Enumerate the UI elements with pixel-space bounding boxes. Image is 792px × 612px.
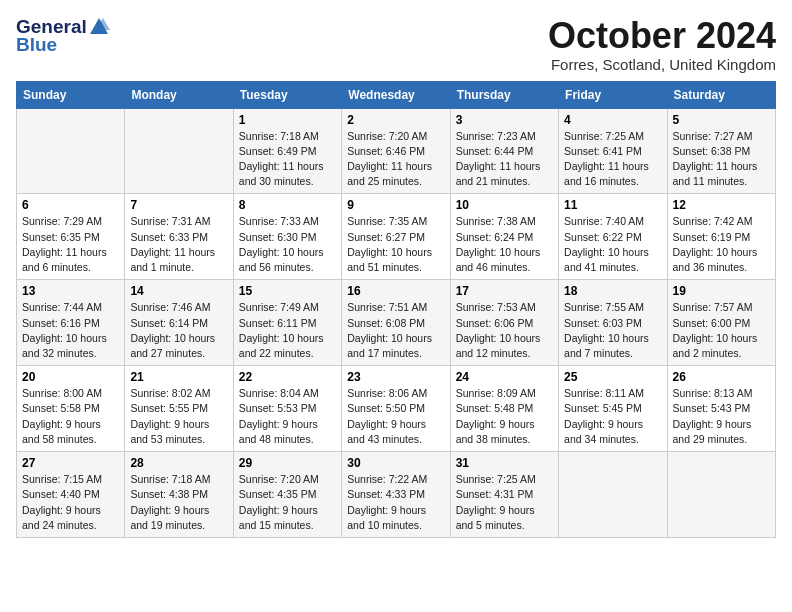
day-detail: Sunrise: 7:49 AMSunset: 6:11 PMDaylight:… [239,301,324,359]
calendar-cell: 25Sunrise: 8:11 AMSunset: 5:45 PMDayligh… [559,366,667,452]
day-number: 14 [130,284,227,298]
day-detail: Sunrise: 8:06 AMSunset: 5:50 PMDaylight:… [347,387,427,445]
day-detail: Sunrise: 7:40 AMSunset: 6:22 PMDaylight:… [564,215,649,273]
day-detail: Sunrise: 7:29 AMSunset: 6:35 PMDaylight:… [22,215,107,273]
day-header: Sunday [17,81,125,108]
calendar-week: 6Sunrise: 7:29 AMSunset: 6:35 PMDaylight… [17,194,776,280]
day-number: 5 [673,113,770,127]
calendar-cell: 14Sunrise: 7:46 AMSunset: 6:14 PMDayligh… [125,280,233,366]
calendar-cell: 18Sunrise: 7:55 AMSunset: 6:03 PMDayligh… [559,280,667,366]
day-number: 23 [347,370,444,384]
day-detail: Sunrise: 7:27 AMSunset: 6:38 PMDaylight:… [673,130,758,188]
day-detail: Sunrise: 7:25 AMSunset: 4:31 PMDaylight:… [456,473,536,531]
day-number: 12 [673,198,770,212]
day-header: Monday [125,81,233,108]
calendar-cell [667,452,775,538]
day-number: 15 [239,284,336,298]
day-number: 29 [239,456,336,470]
title-block: October 2024 Forres, Scotland, United Ki… [548,16,776,73]
day-detail: Sunrise: 8:02 AMSunset: 5:55 PMDaylight:… [130,387,210,445]
logo: General Blue [16,16,111,56]
day-detail: Sunrise: 7:35 AMSunset: 6:27 PMDaylight:… [347,215,432,273]
day-detail: Sunrise: 7:53 AMSunset: 6:06 PMDaylight:… [456,301,541,359]
day-detail: Sunrise: 7:33 AMSunset: 6:30 PMDaylight:… [239,215,324,273]
calendar-week: 27Sunrise: 7:15 AMSunset: 4:40 PMDayligh… [17,452,776,538]
day-detail: Sunrise: 7:31 AMSunset: 6:33 PMDaylight:… [130,215,215,273]
day-detail: Sunrise: 7:18 AMSunset: 6:49 PMDaylight:… [239,130,324,188]
calendar-cell: 31Sunrise: 7:25 AMSunset: 4:31 PMDayligh… [450,452,558,538]
logo-icon [88,16,110,38]
calendar-cell: 28Sunrise: 7:18 AMSunset: 4:38 PMDayligh… [125,452,233,538]
calendar-cell: 15Sunrise: 7:49 AMSunset: 6:11 PMDayligh… [233,280,341,366]
day-number: 1 [239,113,336,127]
day-detail: Sunrise: 7:20 AMSunset: 4:35 PMDaylight:… [239,473,319,531]
calendar-cell: 4Sunrise: 7:25 AMSunset: 6:41 PMDaylight… [559,108,667,194]
day-detail: Sunrise: 7:42 AMSunset: 6:19 PMDaylight:… [673,215,758,273]
calendar-cell: 13Sunrise: 7:44 AMSunset: 6:16 PMDayligh… [17,280,125,366]
calendar-week: 13Sunrise: 7:44 AMSunset: 6:16 PMDayligh… [17,280,776,366]
day-number: 8 [239,198,336,212]
calendar-cell: 19Sunrise: 7:57 AMSunset: 6:00 PMDayligh… [667,280,775,366]
day-detail: Sunrise: 7:55 AMSunset: 6:03 PMDaylight:… [564,301,649,359]
calendar-cell: 6Sunrise: 7:29 AMSunset: 6:35 PMDaylight… [17,194,125,280]
day-number: 11 [564,198,661,212]
calendar-cell [17,108,125,194]
day-detail: Sunrise: 7:57 AMSunset: 6:00 PMDaylight:… [673,301,758,359]
day-number: 31 [456,456,553,470]
day-detail: Sunrise: 7:18 AMSunset: 4:38 PMDaylight:… [130,473,210,531]
day-number: 4 [564,113,661,127]
day-number: 27 [22,456,119,470]
day-number: 19 [673,284,770,298]
calendar-cell: 8Sunrise: 7:33 AMSunset: 6:30 PMDaylight… [233,194,341,280]
calendar-cell: 5Sunrise: 7:27 AMSunset: 6:38 PMDaylight… [667,108,775,194]
calendar-cell [125,108,233,194]
header-row: SundayMondayTuesdayWednesdayThursdayFrid… [17,81,776,108]
day-header: Friday [559,81,667,108]
calendar-cell: 9Sunrise: 7:35 AMSunset: 6:27 PMDaylight… [342,194,450,280]
calendar-cell: 23Sunrise: 8:06 AMSunset: 5:50 PMDayligh… [342,366,450,452]
calendar-cell: 24Sunrise: 8:09 AMSunset: 5:48 PMDayligh… [450,366,558,452]
day-detail: Sunrise: 7:51 AMSunset: 6:08 PMDaylight:… [347,301,432,359]
day-number: 6 [22,198,119,212]
day-detail: Sunrise: 7:15 AMSunset: 4:40 PMDaylight:… [22,473,102,531]
day-header: Thursday [450,81,558,108]
calendar-week: 1Sunrise: 7:18 AMSunset: 6:49 PMDaylight… [17,108,776,194]
month-title: October 2024 [548,16,776,56]
day-detail: Sunrise: 7:25 AMSunset: 6:41 PMDaylight:… [564,130,649,188]
day-number: 30 [347,456,444,470]
calendar-cell: 17Sunrise: 7:53 AMSunset: 6:06 PMDayligh… [450,280,558,366]
day-number: 22 [239,370,336,384]
calendar-cell: 21Sunrise: 8:02 AMSunset: 5:55 PMDayligh… [125,366,233,452]
day-detail: Sunrise: 8:04 AMSunset: 5:53 PMDaylight:… [239,387,319,445]
calendar-cell: 16Sunrise: 7:51 AMSunset: 6:08 PMDayligh… [342,280,450,366]
day-number: 7 [130,198,227,212]
day-detail: Sunrise: 8:11 AMSunset: 5:45 PMDaylight:… [564,387,644,445]
calendar-cell: 20Sunrise: 8:00 AMSunset: 5:58 PMDayligh… [17,366,125,452]
page-header: General Blue October 2024 Forres, Scotla… [16,16,776,73]
day-number: 13 [22,284,119,298]
calendar-cell: 30Sunrise: 7:22 AMSunset: 4:33 PMDayligh… [342,452,450,538]
calendar-cell: 10Sunrise: 7:38 AMSunset: 6:24 PMDayligh… [450,194,558,280]
day-number: 9 [347,198,444,212]
day-number: 20 [22,370,119,384]
day-header: Wednesday [342,81,450,108]
calendar-cell: 22Sunrise: 8:04 AMSunset: 5:53 PMDayligh… [233,366,341,452]
day-detail: Sunrise: 7:20 AMSunset: 6:46 PMDaylight:… [347,130,432,188]
day-detail: Sunrise: 7:46 AMSunset: 6:14 PMDaylight:… [130,301,215,359]
logo-blue: Blue [16,34,57,56]
day-number: 28 [130,456,227,470]
calendar-cell: 11Sunrise: 7:40 AMSunset: 6:22 PMDayligh… [559,194,667,280]
calendar-cell: 3Sunrise: 7:23 AMSunset: 6:44 PMDaylight… [450,108,558,194]
day-number: 10 [456,198,553,212]
day-number: 21 [130,370,227,384]
day-detail: Sunrise: 8:00 AMSunset: 5:58 PMDaylight:… [22,387,102,445]
calendar-cell [559,452,667,538]
calendar-cell: 7Sunrise: 7:31 AMSunset: 6:33 PMDaylight… [125,194,233,280]
calendar-table: SundayMondayTuesdayWednesdayThursdayFrid… [16,81,776,538]
day-detail: Sunrise: 8:09 AMSunset: 5:48 PMDaylight:… [456,387,536,445]
day-number: 17 [456,284,553,298]
day-detail: Sunrise: 7:38 AMSunset: 6:24 PMDaylight:… [456,215,541,273]
calendar-cell: 1Sunrise: 7:18 AMSunset: 6:49 PMDaylight… [233,108,341,194]
day-detail: Sunrise: 7:23 AMSunset: 6:44 PMDaylight:… [456,130,541,188]
calendar-cell: 29Sunrise: 7:20 AMSunset: 4:35 PMDayligh… [233,452,341,538]
